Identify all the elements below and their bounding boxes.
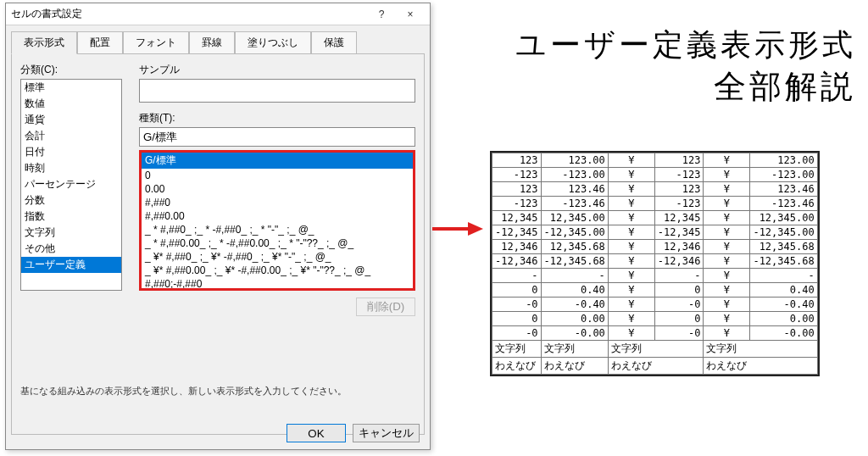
category-item[interactable]: その他 xyxy=(21,241,121,257)
titlebar: セルの書式設定 ? × xyxy=(6,3,430,25)
tab-0[interactable]: 表示形式 xyxy=(11,31,77,54)
yen-cell: ¥ xyxy=(608,211,654,225)
cell: 123.00 xyxy=(541,153,608,168)
cell: -123 xyxy=(492,168,542,182)
yen-cell: ¥ xyxy=(608,254,654,269)
type-item[interactable]: _ ¥* #,##0_ ;_ ¥* -#,##0_ ;_ ¥* "-"_ ;_ … xyxy=(142,250,413,264)
yen-cell: ¥ xyxy=(608,168,654,182)
category-item[interactable]: 日付 xyxy=(21,144,121,160)
cell: -0.40 xyxy=(750,298,817,312)
category-item[interactable]: 会計 xyxy=(21,128,121,144)
yen-cell: ¥ xyxy=(704,298,750,312)
cell: 12,346 xyxy=(654,240,704,254)
cell: -123.46 xyxy=(750,197,817,211)
type-item[interactable]: #,##0 xyxy=(142,196,413,209)
yen-cell: ¥ xyxy=(704,153,750,168)
cell: -0 xyxy=(654,326,704,341)
category-item[interactable]: パーセンテージ xyxy=(21,176,121,192)
cell: 文字列 xyxy=(541,341,608,358)
cell: -12,345.68 xyxy=(750,254,817,269)
yen-cell: ¥ xyxy=(704,283,750,298)
cell: 12,345.00 xyxy=(541,211,608,225)
cell: 12,345 xyxy=(492,211,542,225)
cell: -12,345.00 xyxy=(750,225,817,240)
cell: わえなび xyxy=(704,358,817,375)
format-cells-dialog: セルの書式設定 ? × 表示形式配置フォント罫線塗りつぶし保護 分類(C): 標… xyxy=(5,3,431,450)
yen-cell: ¥ xyxy=(608,283,654,298)
yen-cell: ¥ xyxy=(704,211,750,225)
cell: -123.00 xyxy=(750,168,817,182)
type-item[interactable]: 0 xyxy=(142,169,413,182)
cell: -0.40 xyxy=(541,298,608,312)
cell: -0 xyxy=(492,326,542,341)
cell: -12,345 xyxy=(654,225,704,240)
cell: 123 xyxy=(492,182,542,197)
type-input[interactable] xyxy=(139,127,415,147)
cell: 123 xyxy=(654,182,704,197)
cell: 0.40 xyxy=(750,283,817,298)
sample-box xyxy=(139,79,415,103)
type-item[interactable]: #,##0.00 xyxy=(142,209,413,223)
cell: -0.00 xyxy=(750,326,817,341)
cell: 123 xyxy=(654,153,704,168)
tab-4[interactable]: 塗りつぶし xyxy=(235,31,311,54)
category-list[interactable]: 標準数値通貨会計日付時刻パーセンテージ分数指数文字列その他ユーザー定義 xyxy=(20,79,122,291)
category-item[interactable]: 分数 xyxy=(21,192,121,209)
yen-cell: ¥ xyxy=(704,269,750,283)
cell: -12,345.68 xyxy=(541,254,608,269)
cell: わえなび xyxy=(541,358,608,375)
cell: -123.46 xyxy=(541,197,608,211)
category-item[interactable]: 指数 xyxy=(21,209,121,225)
yen-cell: ¥ xyxy=(704,326,750,341)
yen-cell: ¥ xyxy=(704,240,750,254)
yen-cell: ¥ xyxy=(608,197,654,211)
dialog-title: セルの書式設定 xyxy=(11,7,367,21)
tab-1[interactable]: 配置 xyxy=(77,31,123,54)
heading-line1: ユーザー定義表示形式 xyxy=(475,25,856,64)
type-item[interactable]: 0.00 xyxy=(142,182,413,196)
number-panel: 分類(C): 標準数値通貨会計日付時刻パーセンテージ分数指数文字列その他ユーザー… xyxy=(11,53,425,435)
cell: - xyxy=(750,269,817,283)
category-item[interactable]: 文字列 xyxy=(21,225,121,241)
cell: - xyxy=(654,269,704,283)
type-item[interactable]: _ * #,##0.00_ ;_ * -#,##0.00_ ;_ * "-"??… xyxy=(142,236,413,250)
sample-label: サンプル xyxy=(139,63,415,77)
type-item[interactable]: G/標準 xyxy=(142,153,413,169)
cell: -0 xyxy=(654,298,704,312)
tab-5[interactable]: 保護 xyxy=(311,31,357,54)
category-item[interactable]: ユーザー定義 xyxy=(21,257,121,273)
type-item[interactable]: _ ¥* #,##0.00_ ;_ ¥* -#,##0.00_ ;_ ¥* "-… xyxy=(142,264,413,277)
cell: 123.46 xyxy=(750,182,817,197)
yen-cell: ¥ xyxy=(704,197,750,211)
cell: 0 xyxy=(492,312,542,326)
type-list-highlight: G/標準00.00#,##0#,##0.00_ * #,##0_ ;_ * -#… xyxy=(139,150,415,291)
type-item[interactable]: _ * #,##0_ ;_ * -#,##0_ ;_ * "-"_ ;_ @_ xyxy=(142,223,413,236)
cell: 123.46 xyxy=(541,182,608,197)
yen-cell: ¥ xyxy=(608,269,654,283)
category-item[interactable]: 時刻 xyxy=(21,160,121,176)
type-list[interactable]: G/標準00.00#,##0#,##0.00_ * #,##0_ ;_ * -#… xyxy=(142,153,413,288)
category-item[interactable]: 数値 xyxy=(21,96,121,112)
close-icon[interactable]: × xyxy=(396,6,425,23)
cell: 12,345 xyxy=(654,211,704,225)
cell: -123 xyxy=(492,197,542,211)
help-icon[interactable]: ? xyxy=(367,6,396,23)
cell: 文字列 xyxy=(704,341,817,358)
cell: 0.00 xyxy=(541,312,608,326)
result-table: 123123.00¥123¥123.00-123-123.00¥-123¥-12… xyxy=(490,151,820,376)
cancel-button[interactable]: キャンセル xyxy=(353,424,420,442)
type-item[interactable]: #,##0;-#,##0 xyxy=(142,277,413,288)
ok-button[interactable]: OK xyxy=(287,424,346,442)
cell: - xyxy=(492,269,542,283)
tab-2[interactable]: フォント xyxy=(123,31,189,54)
yen-cell: ¥ xyxy=(608,225,654,240)
cell: -12,345.00 xyxy=(541,225,608,240)
cell: 12,345.00 xyxy=(750,211,817,225)
yen-cell: ¥ xyxy=(704,168,750,182)
category-item[interactable]: 標準 xyxy=(21,80,121,96)
cell: 0 xyxy=(654,283,704,298)
category-item[interactable]: 通貨 xyxy=(21,112,121,128)
tab-3[interactable]: 罫線 xyxy=(189,31,235,54)
cell: 12,345.68 xyxy=(750,240,817,254)
cell: 0 xyxy=(654,312,704,326)
